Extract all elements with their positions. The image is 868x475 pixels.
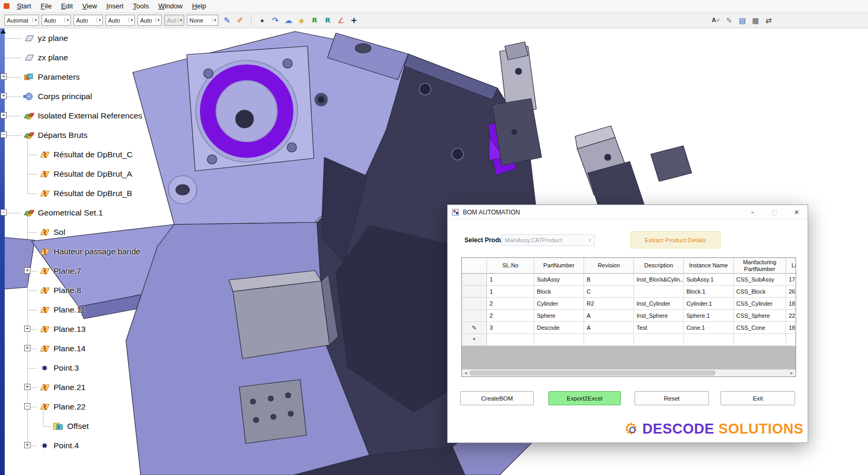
measure-icon[interactable]: ∠	[335, 15, 347, 26]
tree-item-r-sultat-de-dpbrut-c[interactable]: Résultat de DpBrut_C	[0, 145, 226, 164]
tree-expander-minus-icon[interactable]: −	[1, 132, 7, 138]
undo-arrow-icon[interactable]: ↷	[269, 15, 281, 26]
grid-row-1[interactable]: 1SubAssyBInst_Block&Cylin...SubAssy.1CSS…	[462, 274, 796, 286]
grid-cell[interactable]: CSS_Sphere	[734, 310, 786, 322]
grid-cell[interactable]: CSS_Cone	[734, 322, 786, 334]
minimize-button[interactable]: –	[742, 205, 764, 219]
grid-cell[interactable]: Inst_Block&Cylin...	[634, 274, 684, 286]
grid-cell[interactable]: A	[584, 322, 634, 334]
grid-cell[interactable]	[634, 334, 684, 346]
scrollbar-thumb[interactable]	[470, 371, 715, 375]
grid-cell[interactable]: Sphere	[534, 310, 584, 322]
grid-cell[interactable]: 3	[487, 322, 534, 334]
toolbar-dropdown-3[interactable]: Auto▾	[73, 15, 103, 26]
tree-item-r-sultat-de-dpbrut-b[interactable]: Résultat de DpBrut_B	[0, 183, 226, 203]
grid-row-2[interactable]: 1BlockCBlock.1CSS_Block26m	[462, 286, 796, 298]
scroll-right-icon[interactable]: ▸	[788, 370, 796, 377]
tree-item-plane-14[interactable]: +Plane.14	[0, 339, 226, 358]
cloud-icon[interactable]: ☁	[282, 15, 294, 26]
row-selector[interactable]	[462, 286, 487, 298]
tree-expander-minus-icon[interactable]: −	[1, 209, 7, 215]
toolbar-dropdown-5[interactable]: Auto▾	[137, 15, 162, 26]
row-selector[interactable]	[462, 274, 487, 286]
grid-cell[interactable]: CSS_Cylinder	[734, 298, 786, 310]
create-bom-button[interactable]: CreateBOM	[460, 391, 534, 405]
tree-item-isolated-external-references[interactable]: +Isolated External References	[0, 106, 226, 125]
tree-expander-plus-icon[interactable]: +	[1, 73, 7, 80]
grid-row-6[interactable]: *	[462, 334, 796, 346]
toolbar-dropdown-1[interactable]: Automat▾	[4, 15, 39, 26]
grid-header-partnumber[interactable]: PartNumber	[534, 258, 584, 274]
grid-cell[interactable]: 22.5	[786, 310, 796, 322]
grid-cell[interactable]: Inst_Cylinder	[634, 298, 684, 310]
ref-element-green-icon[interactable]: R	[309, 15, 321, 26]
grid-cell[interactable]: B	[584, 274, 634, 286]
tree-item-zx-plane[interactable]: zx plane	[0, 48, 226, 67]
grid-cell[interactable]	[734, 334, 786, 346]
product-combobox[interactable]: MainAssy.CATProduct ▾	[501, 234, 595, 246]
toolbar-dropdown-4[interactable]: Auto▾	[105, 15, 135, 26]
tree-expander-plus-icon[interactable]: +	[1, 112, 7, 118]
tree-item-hauteur-passage-bande[interactable]: Hauteur passage bande	[0, 242, 226, 261]
toolbar-dropdown-2[interactable]: Auto▾	[41, 15, 71, 26]
tree-item-plane-13[interactable]: +Plane.13	[0, 319, 226, 339]
grid-cell[interactable]	[684, 334, 734, 346]
grid-cell[interactable]: A	[584, 310, 634, 322]
grid-cell[interactable]: Cylinder	[534, 298, 584, 310]
grid-cell[interactable]: 2	[487, 310, 534, 322]
grid-cell[interactable]: CSS_Block	[734, 286, 786, 298]
grid-cell[interactable]	[786, 334, 796, 346]
axis-system-icon[interactable]: +	[348, 15, 360, 26]
menu-item-window[interactable]: Window	[154, 1, 187, 11]
annotation-icon[interactable]: ✎	[723, 15, 735, 26]
grid-cell[interactable]: 18.5	[786, 298, 796, 310]
dialog-title-bar[interactable]: BOM AUTOMATION – ▢ ✕	[448, 205, 808, 220]
reset-button[interactable]: Reset	[634, 391, 709, 405]
tree-item-plane-8[interactable]: Plane.8	[0, 280, 226, 300]
menu-item-view[interactable]: View	[78, 1, 102, 11]
tree-expander-plus-icon[interactable]: +	[24, 326, 30, 332]
tree-item-d-parts-bruts[interactable]: −Départs Bruts	[0, 125, 226, 145]
spellcheck-icon[interactable]: A✓	[710, 15, 722, 26]
grid-row-3[interactable]: 2CylinderR2Inst_CylinderCylinder.1CSS_Cy…	[462, 298, 796, 310]
tree-expander-minus-icon[interactable]: −	[24, 403, 30, 409]
grid-cell[interactable]: Descode	[534, 322, 584, 334]
tree-item-point-4[interactable]: +Point.4	[0, 436, 226, 455]
grid-cell[interactable]: SubAssy.1	[684, 274, 734, 286]
scroll-left-icon[interactable]: ◂	[462, 370, 470, 377]
menu-item-help[interactable]: Help	[187, 1, 211, 11]
ref-element-blue-icon[interactable]: R	[322, 15, 334, 26]
brush-icon[interactable]: ✎	[221, 15, 233, 26]
menu-item-tools[interactable]: Tools	[128, 1, 153, 11]
swap-view-icon[interactable]: ⇄	[763, 15, 775, 26]
export2excel-button[interactable]: Export2Excel	[548, 391, 621, 405]
grid-header-sl-no[interactable]: SL.No	[487, 258, 534, 274]
grid-header-description[interactable]: Description	[634, 258, 684, 274]
row-selector[interactable]	[462, 310, 487, 322]
grid-cell[interactable]: Inst_Sphere	[634, 310, 684, 322]
extract-product-details-button[interactable]: Extract Product Details	[630, 231, 721, 249]
print-icon[interactable]: ▦	[749, 15, 761, 26]
tree-item-offset[interactable]: BOffset	[0, 416, 226, 436]
tree-item-plane-22[interactable]: −Plane.22	[0, 397, 226, 416]
grid-horizontal-scrollbar[interactable]: ◂ ▸	[462, 369, 796, 376]
grid-cell[interactable]	[584, 334, 634, 346]
tree-item-plane-7[interactable]: +Plane.7	[0, 261, 226, 280]
row-edit-pencil-icon[interactable]: ✎	[462, 322, 487, 334]
grid-cell[interactable]	[534, 334, 584, 346]
menu-item-insert[interactable]: Insert	[102, 1, 129, 11]
grid-cell[interactable]: Cone.1	[684, 322, 734, 334]
grid-cell[interactable]: Test	[634, 322, 684, 334]
eraser-icon[interactable]: ◈	[295, 15, 308, 26]
tree-expander-plus-icon[interactable]: +	[24, 345, 30, 351]
grid-cell[interactable]: 1	[487, 286, 534, 298]
grid-cell[interactable]	[634, 286, 684, 298]
grid-cell[interactable]: Block.1	[684, 286, 734, 298]
exit-button[interactable]: Exit	[721, 391, 795, 405]
menu-item-file[interactable]: File	[36, 1, 56, 11]
tree-expander-plus-icon[interactable]: +	[1, 93, 7, 99]
grid-cell[interactable]: Block	[534, 286, 584, 298]
menu-item-edit[interactable]: Edit	[56, 1, 77, 11]
tree-item-parameters[interactable]: +Parameters	[0, 67, 226, 87]
tree-item-r-sultat-de-dpbrut-a[interactable]: Résultat de DpBrut_A	[0, 164, 226, 183]
